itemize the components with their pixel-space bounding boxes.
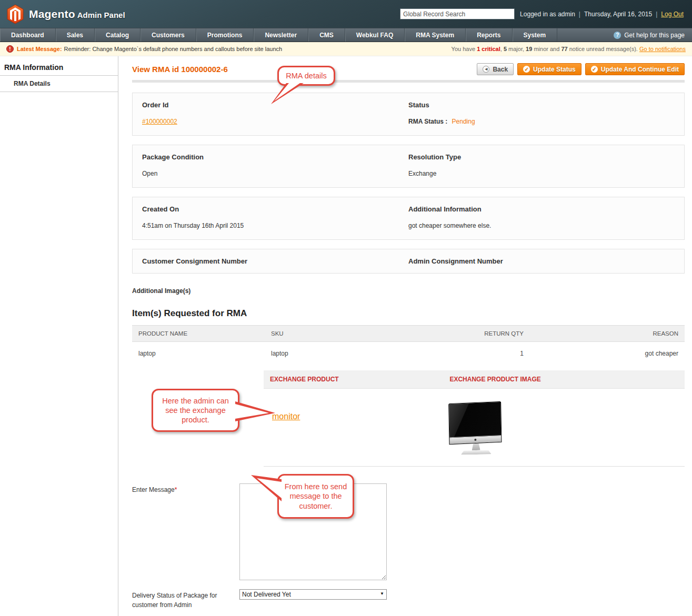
current-date: Thursday, April 16, 2015 <box>584 11 652 18</box>
back-button[interactable]: ◂ Back <box>477 63 514 75</box>
page-title: View RMA id 100000002-6 <box>132 65 228 74</box>
admin-consignment-title: Admin Consignment Number <box>408 257 675 265</box>
cell-product-name: laptop <box>132 342 265 366</box>
resolution-type-title: Resolution Type <box>408 153 675 161</box>
order-id-link[interactable]: #100000002 <box>142 118 177 125</box>
nav-item-customers[interactable]: Customers <box>141 28 196 42</box>
delivery-status-select[interactable]: Not Delivered Yet <box>239 589 387 600</box>
created-on-value: 4:51am on Thursday 16th April 2015 <box>142 222 408 229</box>
exchange-product-image-header: EXCHANGE PRODUCT IMAGE <box>449 376 540 383</box>
rma-status-value: Pending <box>452 118 475 125</box>
nav-item-catalog[interactable]: Catalog <box>95 28 141 42</box>
monitor-base <box>461 450 492 455</box>
brand-suffix: Admin Panel <box>77 11 125 19</box>
latest-message-text: Reminder: Change Magento`s default phone… <box>64 46 283 52</box>
update-status-button[interactable]: ✓ Update Status <box>517 63 581 75</box>
additional-information-title: Additional Information <box>408 205 675 213</box>
nav-item-reports[interactable]: Reports <box>466 28 512 42</box>
magento-logo-icon <box>6 4 24 24</box>
unread-messages-summary: You have 1 critical, 5 major, 19 minor a… <box>452 46 638 52</box>
nav-item-rma-system[interactable]: RMA System <box>405 28 466 42</box>
items-requested-title: Item(s) Requested for RMA <box>132 308 685 319</box>
help-icon: ? <box>614 32 621 39</box>
cell-sku: laptop <box>265 342 397 366</box>
logged-in-text: Logged in as admin <box>520 11 575 18</box>
exchange-product-section: EXCHANGE PRODUCT EXCHANGE PRODUCT IMAGE … <box>264 370 685 467</box>
notification-bar: ! Latest Message: Reminder: Change Magen… <box>0 42 692 56</box>
customer-consignment-title: Customer Consignment Number <box>142 257 408 265</box>
global-search-input[interactable] <box>400 8 515 19</box>
latest-message-label: Latest Message: <box>17 46 62 52</box>
monitor-logo-dot <box>474 439 476 441</box>
enter-message-label: Enter Message* <box>132 483 239 580</box>
nav-item-newsletter[interactable]: Newsletter <box>254 28 308 42</box>
consignment-card: Customer Consignment Number Admin Consig… <box>132 249 685 274</box>
items-table: PRODUCT NAME SKU RETURN QTY REASON lapto… <box>132 325 685 365</box>
exchange-product-header: EXCHANGE PRODUCT <box>270 376 339 383</box>
brand-name: Magento <box>29 8 75 20</box>
callout-rma-details-tail <box>269 83 307 105</box>
sidebar: RMA Information RMA Details <box>0 56 118 616</box>
delivery-status-label: Delivery Status of Package for customer … <box>132 589 239 610</box>
critical-count: 1 critical <box>477 46 500 52</box>
package-condition-title: Package Condition <box>142 153 408 161</box>
exchange-product-image <box>448 402 503 455</box>
additional-images-label: Additional Image(s) <box>132 287 685 295</box>
header-separator: | <box>579 11 580 18</box>
col-header-reason: REASON <box>530 326 685 342</box>
additional-information-value: got cheaper somewhere else. <box>408 222 675 229</box>
monitor-stand <box>472 443 480 450</box>
callout-send-message-tail <box>250 474 282 503</box>
rma-status-label: RMA Status : <box>408 118 447 125</box>
nav-item-promotions[interactable]: Promotions <box>196 28 254 42</box>
sidebar-item-rma-details[interactable]: RMA Details <box>0 76 118 92</box>
check-icon: ✓ <box>523 66 530 73</box>
required-asterisk: * <box>175 486 177 493</box>
header-separator: | <box>656 11 657 18</box>
minor-count: 19 <box>526 46 532 52</box>
created-additional-card: Created On 4:51am on Thursday 16th April… <box>132 197 685 240</box>
sidebar-title: RMA Information <box>0 56 118 76</box>
get-help-link[interactable]: ? Get help for this page <box>606 28 692 42</box>
nav-item-cms[interactable]: CMS <box>308 28 345 42</box>
created-on-title: Created On <box>142 205 408 213</box>
back-arrow-icon: ◂ <box>483 66 489 73</box>
main-content: View RMA id 100000002-6 ◂ Back ✓ Update … <box>118 56 692 616</box>
get-help-label: Get help for this page <box>624 32 685 39</box>
table-row: laptop laptop 1 got cheaper <box>132 342 685 366</box>
callout-send-message: From here to send message to the custome… <box>277 474 354 519</box>
title-divider <box>132 80 685 83</box>
col-header-return-qty: RETURN QTY <box>397 326 530 342</box>
check-icon: ✓ <box>591 66 598 73</box>
status-title: Status <box>408 101 675 109</box>
update-and-continue-edit-button[interactable]: ✓ Update And Continue Edit <box>585 63 685 75</box>
nav-item-webkul-faq[interactable]: Webkul FAQ <box>345 28 405 42</box>
alert-icon: ! <box>6 45 14 53</box>
col-header-sku: SKU <box>265 326 397 342</box>
col-header-product-name: PRODUCT NAME <box>132 326 265 342</box>
order-status-card: Order Id #100000002 Status RMA Status : … <box>132 93 685 136</box>
package-condition-value: Open <box>142 170 408 177</box>
nav-item-sales[interactable]: Sales <box>56 28 95 42</box>
main-nav: Dashboard Sales Catalog Customers Promot… <box>0 28 692 42</box>
cell-return-qty: 1 <box>397 342 530 366</box>
cell-reason: got cheaper <box>530 342 685 366</box>
admin-header: MagentoAdmin Panel Logged in as admin | … <box>0 0 692 28</box>
nav-item-dashboard[interactable]: Dashboard <box>0 28 56 42</box>
package-resolution-card: Package Condition Open Resolution Type E… <box>132 145 685 188</box>
resolution-type-value: Exchange <box>408 170 675 177</box>
callout-exchange-product: Here the admin can see the exchange prod… <box>152 389 239 432</box>
go-to-notifications-link[interactable]: Go to notifications <box>639 46 686 52</box>
notice-count: 77 <box>561 46 567 52</box>
monitor-screen <box>448 401 502 445</box>
callout-exchange-product-tail <box>235 398 277 425</box>
logout-link[interactable]: Log Out <box>661 11 684 18</box>
nav-item-system[interactable]: System <box>513 28 558 42</box>
nav-spacer <box>557 28 606 42</box>
